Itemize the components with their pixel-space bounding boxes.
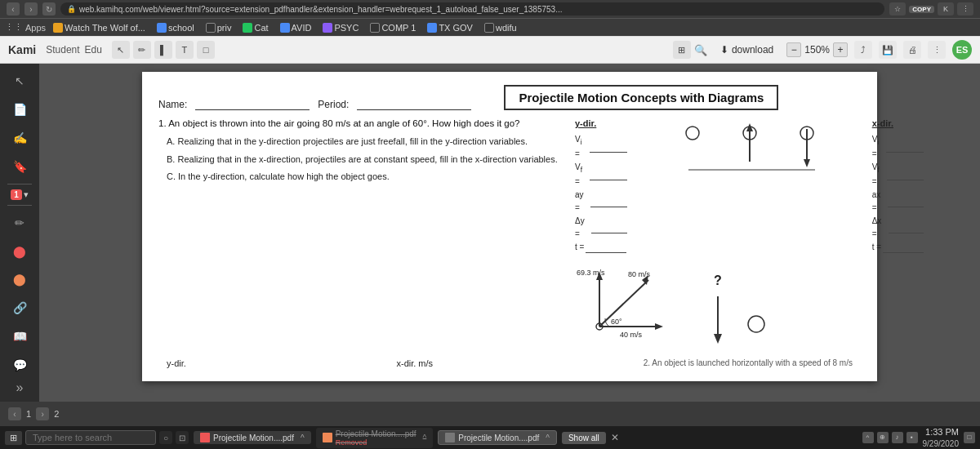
star-button[interactable]: ☆: [889, 2, 906, 16]
bookmark-icon-avid: [280, 23, 290, 33]
main-area: ↖ 📄 ✍ 🔖 1 ▾ ✏ ⬤ ⬤ 🔗 📖 💬 » Name: Period: …: [0, 64, 980, 402]
sidebar-bookmark-tool[interactable]: 📖: [6, 324, 33, 349]
sidebar-expand-btn[interactable]: »: [16, 380, 24, 395]
bookmark-wdifu[interactable]: wdifu: [480, 22, 521, 33]
url-bar[interactable]: 🔒 web.kamihq.com/web/viewer.html?source=…: [60, 2, 884, 16]
taskbar-file-3-chevron[interactable]: ^: [546, 433, 550, 442]
menu-button[interactable]: ⋮: [957, 2, 973, 16]
back-button[interactable]: ‹: [7, 2, 20, 16]
t-y-label: t =: [575, 241, 584, 254]
sidebar-red-circle[interactable]: ⬤: [6, 238, 33, 264]
taskbar-file-2[interactable]: Projectile Motion....pdf Removed ^: [316, 428, 434, 448]
vf-x-field: [887, 169, 924, 180]
pen-tool[interactable]: ✏: [133, 41, 151, 59]
vf-x-label: Vf =: [872, 161, 885, 189]
close-taskbar-btn[interactable]: ✕: [611, 432, 619, 443]
question-mark-area: ?: [706, 273, 730, 348]
svg-point-0: [686, 127, 699, 140]
bookmark-school[interactable]: school: [153, 22, 198, 33]
taskbar-file-1[interactable]: Projectile Motion....pdf ^: [194, 431, 311, 444]
taskbar-file-1-chevron[interactable]: ^: [301, 433, 305, 442]
prev-page-button[interactable]: ‹: [8, 407, 21, 420]
forward-button[interactable]: ›: [24, 2, 38, 16]
page-selector[interactable]: 1 ▾: [11, 189, 29, 200]
page-badge[interactable]: 1: [11, 189, 22, 200]
page-navigation: ‹ 1 › 2: [8, 407, 59, 420]
download-button[interactable]: ⬇ download: [714, 42, 780, 58]
period-label: Period:: [318, 99, 349, 110]
sub-question-b: B. Realizing that in the x-direction, pr…: [167, 153, 567, 167]
sidebar-divider-2: [7, 205, 32, 206]
print-button[interactable]: 🖨: [903, 41, 921, 59]
nav-edu[interactable]: Edu: [85, 44, 102, 56]
question-mark-symbol: ?: [714, 273, 722, 288]
cursor-tool[interactable]: ↖: [112, 41, 130, 59]
zoom-out-button[interactable]: −: [786, 42, 801, 57]
q1-number: 1.: [158, 118, 168, 128]
pdf-page: Name: Period: Projectile Motion Concepts…: [142, 72, 877, 381]
zoom-value: 150%: [804, 44, 830, 56]
show-all-button[interactable]: Show all: [562, 432, 606, 444]
taskbar-file-2-chevron[interactable]: ^: [423, 433, 427, 442]
taskbar-cortana[interactable]: ○: [159, 431, 172, 444]
vi-x-field: [886, 141, 924, 153]
sidebar-comment-tool[interactable]: 💬: [6, 352, 33, 377]
bookmark-psyc[interactable]: PSYC: [318, 22, 363, 33]
next-page-button[interactable]: ›: [36, 407, 49, 420]
taskbar-file-3[interactable]: Projectile Motion....pdf ^: [438, 430, 557, 445]
name-input[interactable]: [195, 97, 310, 110]
taskbar-task-view[interactable]: ⊡: [176, 431, 189, 444]
period-input[interactable]: [357, 97, 471, 110]
current-page-label: 1: [26, 409, 31, 419]
left-sidebar: ↖ 📄 ✍ 🔖 1 ▾ ✏ ⬤ ⬤ 🔗 📖 💬 »: [0, 64, 39, 402]
bookmark-avid[interactable]: AVID: [276, 22, 316, 33]
x-dir-variables: x-dir. Vi = Vf = ax =: [872, 117, 924, 254]
vi-y-line: Vi =: [575, 133, 627, 161]
bookmark-watch-wolf[interactable]: Watch The Wolf of...: [49, 22, 149, 33]
start-button[interactable]: ⊞: [5, 431, 22, 445]
more-button[interactable]: ⋮: [928, 41, 946, 59]
clock[interactable]: 1:33 PM 9/29/2020: [923, 426, 960, 448]
extension-btn[interactable]: K: [938, 2, 954, 16]
svg-marker-16: [714, 334, 722, 344]
sidebar-page-tool[interactable]: 📄: [6, 97, 33, 122]
sidebar-orange-circle[interactable]: ⬤: [6, 267, 33, 292]
vf-x-line: Vf =: [872, 161, 924, 189]
bookmark-txgov[interactable]: TX GOV: [423, 22, 477, 33]
network-icon[interactable]: ⊕: [877, 432, 889, 443]
notifications-icon[interactable]: □: [964, 432, 975, 443]
highlight-tool[interactable]: ▌: [154, 41, 172, 59]
nav-student[interactable]: Student: [46, 44, 79, 56]
save-button[interactable]: 💾: [879, 41, 897, 59]
apps-label[interactable]: ⋮⋮ Apps: [5, 22, 46, 33]
zoom-control: − 150% +: [786, 42, 848, 57]
taskbar-search-input[interactable]: [25, 430, 156, 445]
sidebar-link-tool[interactable]: 🔗: [6, 296, 33, 321]
user-avatar[interactable]: ES: [952, 40, 972, 60]
search-icon[interactable]: 🔍: [694, 44, 707, 56]
bookmark-comp1[interactable]: COMP 1: [366, 22, 420, 33]
volume-icon[interactable]: ♪: [892, 432, 903, 443]
sidebar-stamp-tool[interactable]: 🔖: [6, 153, 33, 179]
copy-button[interactable]: COPY: [909, 6, 934, 13]
delta-x-label: Δx =: [872, 215, 887, 241]
battery-icon[interactable]: ▪: [906, 432, 918, 443]
ay-line: ay =: [575, 189, 627, 215]
bookmark-cat[interactable]: Cat: [238, 22, 272, 33]
text-tool[interactable]: T: [176, 41, 194, 59]
sidebar-draw-tool[interactable]: ✏: [6, 211, 33, 236]
sidebar-cursor-tool[interactable]: ↖: [6, 69, 33, 94]
sidebar-annotate-tool[interactable]: ✍: [6, 125, 33, 150]
vf-y-field: [590, 169, 627, 180]
taskbar-left: ⊞ ○ ⊡: [5, 430, 189, 445]
taskbar: ⊞ ○ ⊡ Projectile Motion....pdf ^ Project…: [0, 426, 980, 449]
vf-y-label: Vf =: [575, 161, 588, 189]
share-button[interactable]: ⤴: [854, 41, 872, 59]
bookmark-priv[interactable]: priv: [202, 22, 236, 33]
pages-icon[interactable]: ⊞: [673, 41, 691, 59]
shapes-tool[interactable]: □: [197, 41, 215, 59]
taskbar-file-2-name: Projectile Motion....pdf: [336, 429, 416, 438]
reload-button[interactable]: ↻: [42, 2, 56, 16]
sys-icon-1: ^: [862, 432, 874, 443]
zoom-in-button[interactable]: +: [833, 42, 848, 57]
